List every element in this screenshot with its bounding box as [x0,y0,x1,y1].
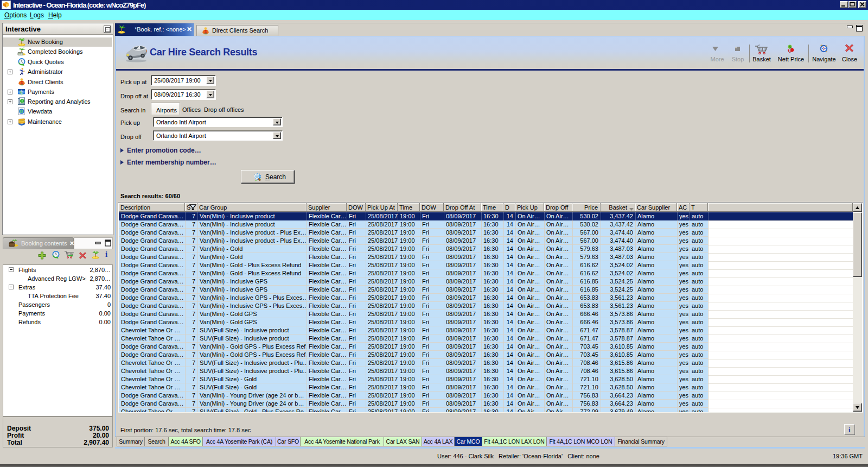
svg-text:$: $ [20,89,23,97]
